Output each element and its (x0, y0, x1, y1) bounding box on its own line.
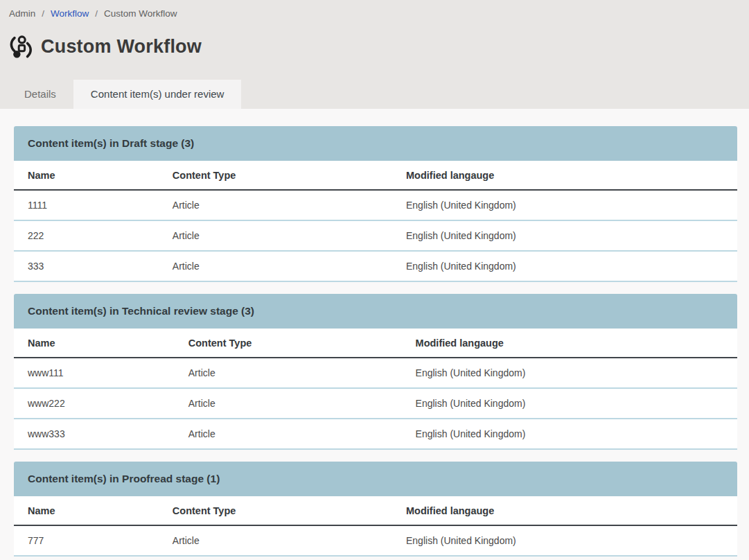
page-title: Custom Workflow (41, 36, 202, 58)
stage-header-proofread: Content item(s) in Proofread stage (1) (14, 462, 737, 496)
cell-modified-language: English (United Kingdom) (392, 220, 737, 251)
cell-content-type: Article (159, 190, 392, 220)
stage-header-technical-review: Content item(s) in Technical review stag… (14, 294, 737, 329)
column-header-name: Name (14, 496, 159, 525)
column-header-modified-language: Modified langauge (402, 329, 737, 358)
breadcrumb-item-workflow[interactable]: Workflow (51, 8, 89, 19)
cell-name: 222 (14, 220, 159, 251)
column-header-name: Name (14, 329, 175, 358)
cell-name: www333 (14, 419, 175, 449)
column-header-content-type: Content Type (159, 496, 392, 525)
cell-content-type: Article (159, 251, 392, 281)
cell-modified-language: English (United Kingdom) (402, 358, 737, 388)
table-row: www222 Article English (United Kingdom) (14, 388, 737, 419)
cell-content-type: Article (175, 388, 402, 419)
table-row: 1111 Article English (United Kingdom) (14, 190, 737, 220)
table-header-row: Name Content Type Modified langauge (14, 496, 737, 525)
main-content: Content item(s) in Draft stage (3) Name … (0, 109, 749, 557)
workflow-icon (8, 34, 33, 59)
cell-modified-language: English (United Kingdom) (392, 251, 737, 281)
page-title-row: Custom Workflow (8, 34, 741, 59)
tab-details[interactable]: Details (7, 80, 73, 109)
breadcrumb-item-current: Custom Workflow (104, 8, 177, 19)
tab-content-items-under-review[interactable]: Content item(s) under review (73, 80, 242, 109)
table-row: www333 Article English (United Kingdom) (14, 419, 737, 449)
cell-modified-language: English (United Kingdom) (392, 190, 737, 220)
stage-header-draft: Content item(s) in Draft stage (3) (14, 126, 737, 161)
table-header-row: Name Content Type Modified langauge (14, 161, 737, 190)
cell-modified-language: English (United Kingdom) (402, 419, 737, 449)
stage-table-proofread: Name Content Type Modified langauge 777 … (14, 496, 737, 557)
table-row: 222 Article English (United Kingdom) (14, 220, 737, 251)
cell-name: 333 (14, 251, 159, 281)
stage-section-technical-review: Content item(s) in Technical review stag… (14, 294, 737, 450)
cell-name: www222 (14, 388, 175, 419)
stage-section-proofread: Content item(s) in Proofread stage (1) N… (14, 462, 737, 557)
cell-content-type: Article (159, 220, 392, 251)
column-header-content-type: Content Type (175, 329, 402, 358)
cell-modified-language: English (United Kingdom) (392, 525, 737, 556)
table-header-row: Name Content Type Modified langauge (14, 329, 737, 358)
table-row: 777 Article English (United Kingdom) (14, 525, 737, 556)
cell-content-type: Article (175, 419, 402, 449)
stage-section-draft: Content item(s) in Draft stage (3) Name … (14, 126, 737, 282)
tab-bar: Details Content item(s) under review (7, 80, 241, 109)
table-row: 333 Article English (United Kingdom) (14, 251, 737, 281)
stage-table-technical-review: Name Content Type Modified langauge www1… (14, 329, 737, 450)
stage-table-draft: Name Content Type Modified langauge 1111… (14, 161, 737, 282)
cell-modified-language: English (United Kingdom) (402, 388, 737, 419)
breadcrumb-separator: / (42, 8, 44, 19)
page-header: Admin / Workflow / Custom Workflow Custo… (0, 0, 749, 109)
column-header-modified-language: Modified langauge (392, 161, 737, 190)
column-header-modified-language: Modified langauge (392, 496, 737, 525)
cell-content-type: Article (175, 358, 402, 388)
table-row: www111 Article English (United Kingdom) (14, 358, 737, 388)
cell-content-type: Article (159, 525, 392, 556)
breadcrumb: Admin / Workflow / Custom Workflow (8, 8, 741, 19)
breadcrumb-item-admin: Admin (9, 8, 35, 19)
cell-name: 1111 (14, 190, 159, 220)
column-header-content-type: Content Type (159, 161, 392, 190)
cell-name: www111 (14, 358, 175, 388)
breadcrumb-separator: / (95, 8, 98, 19)
column-header-name: Name (14, 161, 159, 190)
cell-name: 777 (14, 525, 159, 556)
